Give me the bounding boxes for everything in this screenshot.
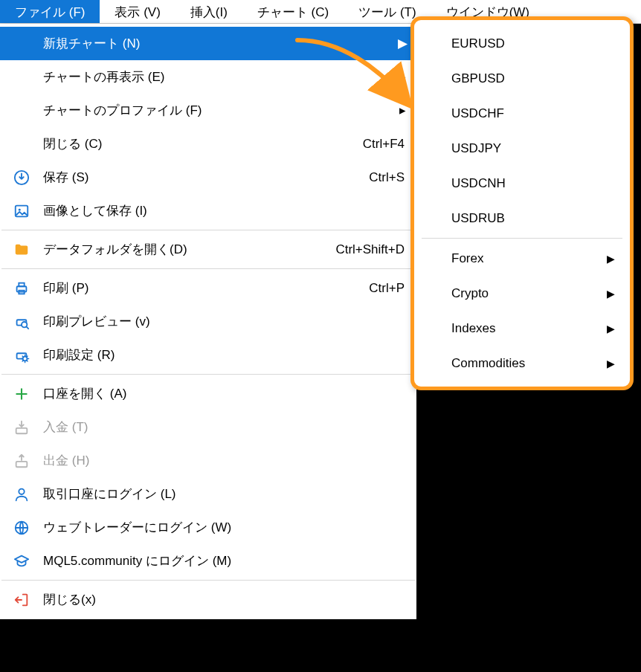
print-settings-icon (10, 347, 33, 364)
symbol-eurusd[interactable]: EURUSD (414, 26, 630, 61)
category-label: Commodities (451, 356, 607, 371)
deposit-icon (10, 419, 33, 436)
menu-label: データフォルダを開く(D) (33, 241, 335, 258)
symbol-label: EURUSD (451, 36, 615, 51)
separator (1, 374, 415, 375)
file-menu: 新規チャート (N) ▶ チャートの再表示 (E) ▸ チャートのプロファイル … (0, 24, 416, 619)
submenu-arrow-icon: ▸ (396, 103, 409, 118)
category-forex[interactable]: Forex▶ (414, 241, 630, 276)
category-crypto[interactable]: Crypto▶ (414, 276, 630, 311)
plus-icon (10, 387, 33, 401)
symbol-usdcnh[interactable]: USDCNH (414, 166, 630, 201)
svg-point-9 (23, 356, 28, 361)
save-download-icon (10, 169, 33, 186)
menu-print-setup[interactable]: 印刷設定 (R) (0, 338, 416, 372)
menu-open-data-folder[interactable]: データフォルダを開く(D) Ctrl+Shift+D (0, 233, 416, 266)
menu-label: チャートの再表示 (E) (33, 68, 396, 85)
submenu-arrow-icon: ▶ (607, 358, 615, 369)
printer-icon (10, 280, 33, 297)
svg-point-12 (19, 488, 24, 494)
svg-point-2 (19, 208, 21, 210)
menubar-view[interactable]: 表示 (V) (100, 0, 175, 23)
menu-label: MQL5.community にログイン (M) (33, 552, 409, 569)
symbol-label: USDRUB (451, 211, 615, 226)
menu-login-mql5[interactable]: MQL5.community にログイン (M) (0, 544, 416, 578)
category-label: Indexes (451, 321, 607, 336)
symbol-label: USDCNH (451, 176, 615, 191)
svg-rect-11 (16, 461, 28, 466)
menu-login-trade[interactable]: 取引口座にログイン (L) (0, 477, 416, 511)
globe-icon (10, 520, 33, 536)
category-label: Forex (451, 251, 607, 266)
symbol-usdjpy[interactable]: USDJPY (414, 131, 630, 166)
menu-chart-profile[interactable]: チャートのプロファイル (F) ▸ (0, 94, 416, 127)
menu-login-web[interactable]: ウェブトレーダーにログイン (W) (0, 511, 416, 544)
menu-label: ウェブトレーダーにログイン (W) (33, 519, 409, 536)
image-icon (10, 203, 33, 219)
menu-label: 口座を開く (A) (33, 385, 409, 402)
menu-label: 閉じる(x) (33, 591, 409, 608)
category-indexes[interactable]: Indexes▶ (414, 311, 630, 346)
menu-new-chart[interactable]: 新規チャート (N) ▶ (0, 27, 416, 60)
menu-save[interactable]: 保存 (S) Ctrl+S (0, 161, 416, 194)
submenu-arrow-icon: ▶ (607, 253, 615, 265)
print-preview-icon (10, 314, 33, 330)
submenu-arrow-icon: ▶ (607, 323, 615, 335)
menu-label: 印刷 (P) (33, 280, 369, 297)
menu-label: 印刷設定 (R) (33, 346, 409, 364)
menubar-chart[interactable]: チャート (C) (242, 0, 344, 23)
submenu-arrow-icon: ▶ (396, 36, 409, 51)
shortcut: Ctrl+Shift+D (335, 242, 409, 257)
svg-rect-4 (19, 282, 24, 286)
shortcut: Ctrl+P (369, 281, 409, 296)
symbol-label: USDCHF (451, 106, 615, 121)
menu-print-preview[interactable]: 印刷プレビュー (v) (0, 305, 416, 338)
menu-label: 出金 (H) (33, 452, 409, 469)
menu-label: チャートのプロファイル (F) (33, 102, 396, 119)
user-icon (10, 486, 33, 503)
menu-label: 取引口座にログイン (L) (33, 485, 409, 503)
menu-print[interactable]: 印刷 (P) Ctrl+P (0, 271, 416, 305)
menu-label: 入金 (T) (33, 419, 409, 436)
submenu-arrow-icon: ▶ (607, 288, 615, 300)
menu-label: 新規チャート (N) (33, 35, 396, 52)
menu-deposit: 入金 (T) (0, 410, 416, 444)
menu-label: 閉じる (C) (33, 135, 363, 152)
separator (422, 238, 622, 239)
exit-icon (10, 592, 33, 608)
symbol-label: USDJPY (451, 141, 615, 156)
new-chart-submenu: EURUSD GBPUSD USDCHF USDJPY USDCNH USDRU… (410, 16, 634, 390)
symbol-gbpusd[interactable]: GBPUSD (414, 61, 630, 96)
symbol-label: GBPUSD (451, 71, 615, 86)
category-commodities[interactable]: Commodities▶ (414, 346, 630, 381)
menubar-file[interactable]: ファイル (F) (0, 0, 100, 23)
symbol-usdchf[interactable]: USDCHF (414, 96, 630, 131)
separator (1, 580, 415, 581)
menu-label: 保存 (S) (33, 169, 369, 186)
separator (1, 230, 415, 230)
menu-open-account[interactable]: 口座を開く (A) (0, 377, 416, 410)
shortcut: Ctrl+S (369, 170, 409, 185)
menu-exit[interactable]: 閉じる(x) (0, 583, 416, 616)
menu-withdraw: 出金 (H) (0, 444, 416, 477)
menu-save-image[interactable]: 画像として保存 (I) (0, 194, 416, 227)
graduation-cap-icon (10, 553, 33, 569)
shortcut: Ctrl+F4 (363, 137, 409, 152)
menu-label: 画像として保存 (I) (33, 202, 409, 219)
separator (1, 268, 415, 269)
svg-rect-10 (16, 427, 28, 433)
submenu-arrow-icon: ▸ (396, 69, 409, 85)
menu-reshow-chart[interactable]: チャートの再表示 (E) ▸ (0, 60, 416, 94)
menu-close[interactable]: 閉じる (C) Ctrl+F4 (0, 127, 416, 161)
menubar-insert[interactable]: 挿入(I) (175, 0, 242, 23)
category-label: Crypto (451, 286, 607, 301)
withdraw-icon (10, 453, 33, 469)
menu-label: 印刷プレビュー (v) (33, 313, 409, 330)
symbol-usdrub[interactable]: USDRUB (414, 201, 630, 236)
folder-icon (10, 242, 33, 258)
